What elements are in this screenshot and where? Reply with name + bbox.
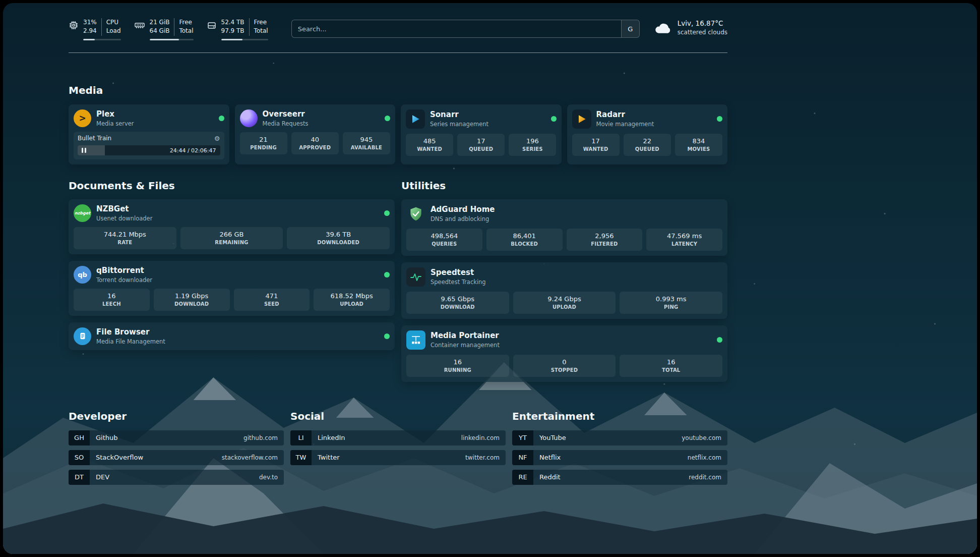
pause-button[interactable]	[82, 148, 86, 153]
weather-widget: Lviv, 16.87°C scattered clouds	[654, 19, 727, 36]
stat-label: APPROVED	[293, 145, 337, 150]
stat-remaining: 266 GB REMAINING	[180, 227, 283, 249]
stat-filtered: 2,956 FILTERED	[567, 229, 643, 251]
topbar-divider	[69, 52, 727, 53]
stat-running: 16 RUNNING	[406, 355, 509, 377]
stat-available: 945 AVAILABLE	[343, 132, 390, 154]
section-utilities: Utilities	[401, 180, 727, 382]
bookmarks-developer: Developer GH Github github.com SO StackO…	[69, 410, 284, 489]
memory-free: 21 GiB	[150, 18, 170, 27]
app-card-nzbget[interactable]: nzbget NZBGet Usenet downloader 744.21 M…	[69, 199, 395, 254]
app-card-speedtest[interactable]: Speedtest Speedtest Tracking 9.65 Gbps D…	[401, 262, 727, 319]
bookmark-url: linkedin.com	[461, 434, 500, 441]
app-desc: Movie management	[596, 121, 654, 128]
stat-value: 196	[511, 137, 554, 145]
app-name: Speedtest	[431, 268, 486, 277]
stat-label: LATENCY	[648, 241, 720, 247]
bookmark-reddit[interactable]: RE Reddit reddit.com	[512, 470, 727, 485]
bookmark-stackoverflow[interactable]: SO StackOverflow stackoverflow.com	[69, 450, 284, 465]
app-card-adguard[interactable]: AdGuard Home DNS and adblocking 498,564 …	[401, 199, 727, 256]
search-engine-button[interactable]: G	[621, 20, 639, 37]
stat-label: PENDING	[242, 145, 285, 150]
stat-movies: 834 MOVIES	[675, 134, 722, 156]
bookmark-dev[interactable]: DT DEV dev.to	[69, 470, 284, 485]
cpu-load-value: 2.94	[83, 27, 97, 35]
stat-label: SERIES	[511, 146, 554, 152]
app-card-qbittorrent[interactable]: qb qBittorrent Torrent downloader 16 LEE…	[69, 261, 395, 316]
bookmark-url: github.com	[243, 434, 278, 441]
bookmark-twitter[interactable]: TW Twitter twitter.com	[290, 450, 506, 465]
playback-progressbar[interactable]: 24:44 / 02:06:47	[78, 145, 220, 155]
search-bar[interactable]: G	[291, 20, 640, 38]
app-desc: Usenet downloader	[96, 215, 152, 222]
stat-download: 9.65 Gbps DOWNLOAD	[406, 292, 509, 314]
memory-total-label: Total	[179, 27, 193, 35]
stat-total: 16 TOTAL	[620, 355, 722, 377]
stat-value: 39.6 TB	[289, 231, 388, 238]
stat-seed: 471 SEED	[234, 289, 310, 311]
stat-label: PING	[622, 304, 720, 310]
stat-value: 471	[236, 292, 308, 300]
status-dot	[384, 272, 390, 277]
gear-icon[interactable]: ⚙	[214, 135, 220, 142]
stat-value: 1.19 Gbps	[156, 292, 228, 300]
bookmark-github[interactable]: GH Github github.com	[69, 430, 284, 445]
stat-label: LEECH	[76, 301, 148, 307]
stat-label: UPLOAD	[316, 301, 388, 307]
stat-pending: 21 PENDING	[240, 132, 287, 154]
stat-wanted: 17 WANTED	[572, 134, 620, 156]
app-desc: Media server	[96, 120, 134, 127]
cpu-load-label: Load	[106, 27, 121, 35]
stat-label: REMAINING	[182, 240, 281, 245]
stat-value: 21	[242, 136, 285, 143]
stat-value: 9.65 Gbps	[408, 295, 507, 303]
section-documents: Documents & Files nzbget NZBGet Usenet d…	[69, 180, 395, 382]
stat-label: TOTAL	[622, 367, 720, 373]
app-desc: Media File Management	[96, 338, 165, 345]
bookmark-name: Twitter	[318, 454, 340, 461]
bookmark-abbr: LI	[290, 430, 312, 445]
memory-progressbar	[150, 39, 194, 40]
app-card-overseerr[interactable]: Overseerr Media Requests 21 PENDING 40 A…	[235, 104, 396, 164]
stat-label: FILTERED	[569, 241, 641, 247]
bookmarks-social: Social LI LinkedIn linkedin.com TW Twitt…	[290, 410, 506, 489]
stat-value: 0	[515, 358, 614, 366]
app-name: File Browser	[96, 327, 165, 337]
app-card-radarr[interactable]: Radarr Movie management 17 WANTED 22 QUE…	[567, 104, 728, 164]
bookmark-name: Github	[96, 434, 118, 441]
stat-label: MOVIES	[677, 146, 720, 152]
app-card-filebrowser[interactable]: File Browser Media File Management	[69, 322, 395, 350]
bookmark-linkedin[interactable]: LI LinkedIn linkedin.com	[290, 430, 506, 445]
section-title-developer: Developer	[69, 410, 284, 422]
stat-blocked: 86,401 BLOCKED	[486, 229, 563, 251]
section-media: Media > Plex Media server Bullet Tr	[69, 84, 727, 164]
bookmark-name: StackOverflow	[96, 454, 143, 461]
bookmark-youtube[interactable]: YT YouTube youtube.com	[512, 430, 727, 445]
app-name: qBittorrent	[96, 266, 152, 275]
disk-icon	[207, 20, 217, 30]
weather-location: Lviv, 16.87°C	[678, 19, 727, 27]
app-desc: Container management	[431, 342, 500, 349]
section-title-social: Social	[290, 410, 506, 422]
stat-upload: 618.52 Mbps UPLOAD	[314, 289, 390, 311]
stat-label: QUERIES	[408, 241, 480, 247]
stat-value: 22	[626, 137, 669, 145]
cpu-label: CPU	[106, 18, 121, 27]
app-name: Radarr	[596, 110, 654, 119]
qbittorrent-icon: qb	[74, 266, 91, 284]
stat-label: RUNNING	[408, 367, 507, 373]
stat-series: 196 SERIES	[509, 134, 556, 156]
stat-value: 40	[293, 136, 337, 143]
stat-label: WANTED	[408, 146, 451, 152]
search-input[interactable]	[292, 20, 621, 37]
stat-queued: 17 QUEUED	[457, 134, 505, 156]
app-card-portainer[interactable]: Media Portainer Container management 16 …	[401, 325, 727, 382]
app-card-sonarr[interactable]: Sonarr Series management 485 WANTED 17 Q…	[401, 104, 562, 164]
bookmark-abbr: RE	[512, 470, 533, 485]
app-card-plex[interactable]: > Plex Media server Bullet Train ⚙	[69, 104, 229, 164]
bookmark-netflix[interactable]: NF Netflix netflix.com	[512, 450, 727, 465]
stat-download: 1.19 Gbps DOWNLOAD	[154, 289, 230, 311]
bookmark-name: DEV	[96, 473, 109, 481]
stat-downloaded: 39.6 TB DOWNLOADED	[287, 227, 390, 249]
stat-value: 485	[408, 137, 451, 145]
